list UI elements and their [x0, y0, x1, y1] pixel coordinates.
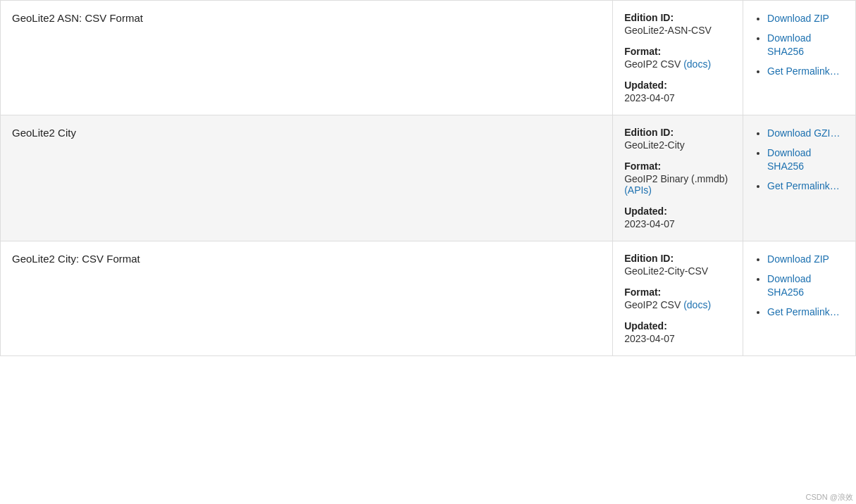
download-link-item: Download SHA256 — [767, 32, 844, 59]
meta-cell: Edition ID:GeoLite2-City-CSVFormat:GeoIP… — [613, 241, 743, 356]
download-link-item: Download SHA256 — [767, 272, 844, 300]
format-label: Format: — [624, 160, 731, 172]
table-row: GeoLite2 CityEdition ID:GeoLite2-CityFor… — [1, 115, 856, 241]
download-link-0[interactable]: Download ZIP — [767, 13, 829, 24]
apis-link[interactable]: (APIs) — [624, 184, 652, 196]
download-link-2[interactable]: Get Permalink… — [767, 180, 840, 191]
updated-label: Updated: — [624, 320, 731, 332]
format-label: Format: — [624, 286, 731, 298]
download-links-list: Download ZIPDownload SHA256Get Permalink… — [755, 12, 844, 78]
database-name: GeoLite2 City: CSV Format — [12, 253, 140, 265]
updated-value: 2023-04-07 — [624, 218, 731, 229]
edition-id-value: GeoLite2-City — [624, 139, 731, 151]
database-name: GeoLite2 City — [12, 127, 76, 139]
download-link-item: Get Permalink… — [767, 65, 844, 79]
meta-cell: Edition ID:GeoLite2-ASN-CSVFormat:GeoIP2… — [613, 1, 743, 115]
format-value: GeoIP2 Binary (.mmdb) (APIs) — [624, 173, 731, 196]
download-links-list: Download GZI…Download SHA256Get Permalin… — [755, 127, 844, 193]
edition-id-value: GeoLite2-ASN-CSV — [624, 25, 731, 36]
updated-value: 2023-04-07 — [624, 92, 731, 103]
updated-label: Updated: — [624, 206, 731, 217]
format-value: GeoIP2 CSV (docs) — [624, 58, 731, 70]
database-name-cell: GeoLite2 City: CSV Format — [1, 241, 613, 356]
download-link-item: Download ZIP — [767, 12, 844, 26]
format-label: Format: — [624, 46, 731, 57]
download-link-item: Download ZIP — [767, 253, 844, 267]
format-value: GeoIP2 CSV (docs) — [624, 299, 731, 310]
download-link-item: Get Permalink… — [767, 179, 844, 194]
meta-cell: Edition ID:GeoLite2-CityFormat:GeoIP2 Bi… — [613, 115, 743, 241]
edition-id-value: GeoLite2-City-CSV — [624, 265, 731, 277]
docs-link[interactable]: (docs) — [683, 299, 711, 310]
database-name-cell: GeoLite2 City — [1, 115, 613, 241]
edition-id-label: Edition ID: — [624, 127, 731, 138]
links-cell: Download ZIPDownload SHA256Get Permalink… — [743, 241, 856, 356]
download-link-0[interactable]: Download GZI… — [767, 127, 840, 139]
download-link-item: Get Permalink… — [767, 305, 844, 320]
updated-label: Updated: — [624, 80, 731, 91]
links-cell: Download GZI…Download SHA256Get Permalin… — [743, 115, 856, 241]
edition-id-label: Edition ID: — [624, 12, 731, 23]
download-link-item: Download GZI… — [767, 127, 844, 141]
links-cell: Download ZIPDownload SHA256Get Permalink… — [743, 1, 856, 115]
updated-value: 2023-04-07 — [624, 333, 731, 344]
download-link-2[interactable]: Get Permalink… — [767, 65, 840, 77]
table-row: GeoLite2 City: CSV FormatEdition ID:GeoL… — [1, 241, 856, 356]
download-links-list: Download ZIPDownload SHA256Get Permalink… — [755, 253, 844, 319]
download-link-1[interactable]: Download SHA256 — [767, 147, 811, 172]
download-link-1[interactable]: Download SHA256 — [767, 273, 811, 298]
download-link-item: Download SHA256 — [767, 146, 844, 174]
database-name: GeoLite2 ASN: CSV Format — [12, 12, 143, 24]
download-link-2[interactable]: Get Permalink… — [767, 306, 840, 317]
download-link-0[interactable]: Download ZIP — [767, 253, 829, 265]
database-name-cell: GeoLite2 ASN: CSV Format — [1, 1, 613, 115]
table-row: GeoLite2 ASN: CSV FormatEdition ID:GeoLi… — [1, 1, 856, 115]
edition-id-label: Edition ID: — [624, 253, 731, 264]
docs-link[interactable]: (docs) — [683, 58, 711, 70]
download-link-1[interactable]: Download SHA256 — [767, 32, 811, 58]
